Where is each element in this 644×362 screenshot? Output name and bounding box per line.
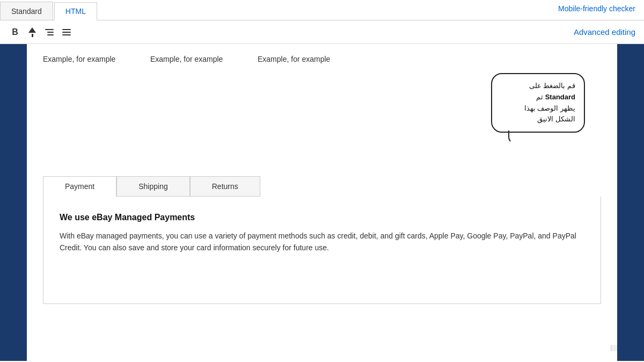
payment-tab-payment[interactable]: Payment — [43, 176, 116, 197]
payment-tab-shipping[interactable]: Shipping — [116, 176, 190, 197]
content-wrapper: Example, for example Example, for exampl… — [27, 44, 617, 345]
example-item-3: Example, for example — [258, 55, 354, 63]
speech-bubble-line4: يظهر الوصف بهذا — [501, 103, 575, 114]
example-item-2: Example, for example — [150, 55, 247, 63]
sidebar-left — [0, 44, 27, 361]
up-arrow-icon — [28, 27, 36, 33]
payment-tab-returns[interactable]: Returns — [190, 176, 260, 197]
arrow-stem-icon — [32, 34, 33, 37]
list-icon — [60, 27, 73, 38]
sidebar-right — [617, 44, 644, 361]
advanced-editing-link[interactable]: Advanced editing — [574, 27, 635, 37]
up-arrow-button[interactable] — [24, 24, 41, 41]
payment-body: With eBay managed payments, you can use … — [60, 230, 584, 254]
payment-tabs: Payment Shipping Returns — [43, 176, 601, 197]
example-row: Example, for example Example, for exampl… — [27, 44, 617, 69]
speech-bubble-bold: Standard — [545, 93, 575, 101]
payment-heading: We use eBay Managed Payments — [60, 213, 584, 222]
speech-bubble-wrapper: قم بالضغط على Standard ثم يظهر الوصف بهذ… — [27, 69, 617, 155]
example-item-1: Example, for example — [43, 55, 140, 63]
payment-content: We use eBay Managed Payments With eBay m… — [43, 197, 601, 304]
speech-bubble-line1: قم بالضغط على — [501, 81, 575, 92]
speech-bubble: قم بالضغط على Standard ثم يظهر الوصف بهذ… — [491, 73, 585, 133]
indent-icon — [43, 27, 56, 38]
editor-toolbar: B Advanced editing — [0, 20, 644, 44]
main-area: Example, for example Example, for exampl… — [0, 44, 644, 361]
speech-bubble-line5: الشكل الانيق — [501, 114, 575, 125]
mobile-friendly-checker-link[interactable]: Mobile-friendly checker — [558, 4, 635, 13]
tab-html[interactable]: HTML — [54, 2, 97, 20]
tab-standard[interactable]: Standard — [0, 2, 53, 20]
indent-button[interactable] — [41, 24, 58, 41]
list-button[interactable] — [58, 24, 75, 41]
tab-bar: Standard HTML Mobile-friendly checker — [0, 0, 644, 20]
speech-bubble-line2: Standard ثم — [501, 92, 575, 103]
speech-bubble-line3: ثم — [536, 93, 543, 101]
bold-button[interactable]: B — [6, 24, 24, 41]
